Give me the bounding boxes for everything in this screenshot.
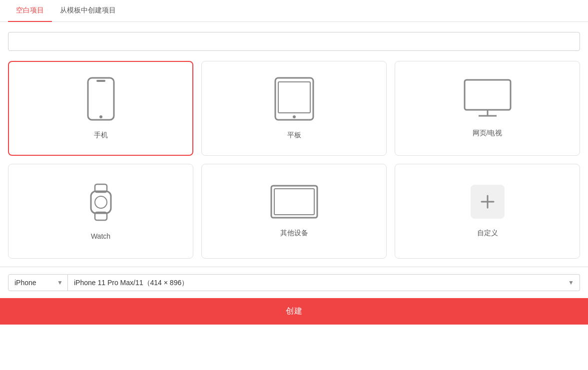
device-label-other: 其他设备 xyxy=(280,229,308,238)
device-card-other[interactable]: 其他设备 xyxy=(201,164,387,259)
watch-icon xyxy=(86,182,116,222)
svg-point-5 xyxy=(293,115,296,118)
project-name-input[interactable]: 校园交友论坛 xyxy=(8,32,580,51)
device-label-web: 网页/电视 xyxy=(473,129,503,138)
bottom-selector: iPhone ▼ iPhone 11 Pro Max/11（414 × 896）… xyxy=(0,267,588,298)
svg-rect-6 xyxy=(465,80,511,110)
device-model-select[interactable]: iPhone 11 Pro Max/11（414 × 896） xyxy=(68,274,580,291)
tab-template[interactable]: 从模板中创建项目 xyxy=(52,0,124,22)
tablet-icon xyxy=(274,77,314,121)
mobile-icon xyxy=(87,77,115,121)
device-label-tablet: 平板 xyxy=(287,131,301,140)
device-card-web[interactable]: 网页/电视 xyxy=(395,61,580,156)
plus-box-icon xyxy=(471,185,505,219)
device-card-custom[interactable]: 自定义 xyxy=(395,164,580,259)
device-type-select[interactable]: iPhone xyxy=(8,274,68,291)
svg-point-12 xyxy=(95,196,107,208)
device-model-wrapper: iPhone 11 Pro Max/11（414 × 896） ▼ xyxy=(68,274,580,291)
landscape-icon xyxy=(270,185,318,219)
svg-rect-13 xyxy=(271,186,317,218)
tabs-container: 空白项目 从模板中创建项目 xyxy=(0,0,588,22)
device-card-mobile[interactable]: 手机 xyxy=(8,61,193,156)
device-card-watch[interactable]: Watch xyxy=(8,164,193,259)
tab-blank[interactable]: 空白项目 xyxy=(8,0,52,22)
svg-rect-1 xyxy=(96,80,105,82)
device-label-watch: Watch xyxy=(91,232,110,240)
create-btn-section: 创建 xyxy=(0,298,588,325)
device-card-tablet[interactable]: 平板 xyxy=(201,61,387,156)
svg-rect-9 xyxy=(91,191,111,213)
svg-rect-4 xyxy=(278,82,310,113)
device-type-wrapper: iPhone ▼ xyxy=(8,274,68,291)
project-name-section: 校园交友论坛 xyxy=(0,22,588,61)
device-label-custom: 自定义 xyxy=(477,229,498,238)
monitor-icon xyxy=(464,79,512,119)
device-grid: 手机 平板 网页/电视 Watch 其他设备 xyxy=(0,61,588,267)
svg-rect-3 xyxy=(275,78,313,120)
svg-point-2 xyxy=(99,115,102,118)
device-label-mobile: 手机 xyxy=(94,131,108,140)
svg-rect-0 xyxy=(88,78,114,120)
create-button[interactable]: 创建 xyxy=(0,298,588,325)
svg-rect-14 xyxy=(274,189,314,215)
